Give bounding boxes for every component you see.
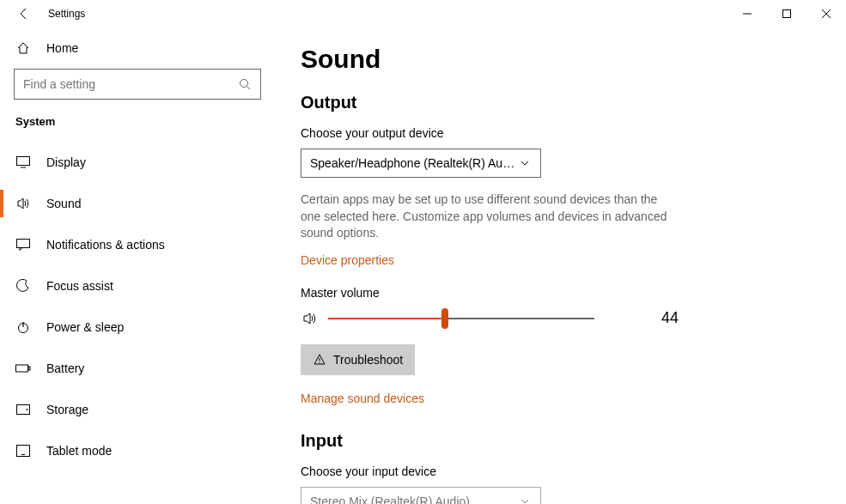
sidebar-item-label: Battery: [46, 361, 84, 375]
master-volume-slider[interactable]: [328, 308, 594, 329]
warning-icon: [313, 354, 326, 366]
sidebar: Home System DisplaySoundNotifications & …: [0, 27, 275, 504]
device-properties-link[interactable]: Device properties: [301, 253, 394, 267]
sidebar-item-label: Sound: [46, 197, 81, 210]
storage-icon: [15, 404, 31, 415]
sidebar-item-tablet[interactable]: Tablet mode: [0, 430, 275, 471]
sidebar-item-storage[interactable]: Storage: [0, 389, 275, 430]
troubleshoot-button[interactable]: Troubleshoot: [301, 344, 415, 375]
maximize-button[interactable]: [767, 0, 806, 27]
sidebar-home-label: Home: [46, 41, 78, 55]
close-icon: [822, 9, 831, 18]
battery-icon: [15, 363, 31, 373]
svg-rect-0: [783, 10, 791, 18]
svg-point-1: [240, 80, 248, 88]
output-heading: Output: [301, 93, 820, 112]
sidebar-item-label: Focus assist: [46, 279, 113, 293]
sidebar-item-sound[interactable]: Sound: [0, 183, 275, 224]
speaker-icon[interactable]: [301, 311, 320, 326]
sidebar-item-label: Power & sleep: [46, 320, 124, 334]
troubleshoot-label: Troubleshoot: [333, 353, 403, 367]
svg-rect-6: [28, 367, 30, 370]
output-description: Certain apps may be set up to use differ…: [301, 191, 679, 242]
search-icon: [238, 77, 252, 91]
sidebar-item-label: Notifications & actions: [46, 238, 165, 252]
sidebar-category: System: [0, 115, 275, 128]
maximize-icon: [782, 9, 791, 18]
home-icon: [15, 41, 31, 55]
output-device-label: Choose your output device: [301, 126, 820, 140]
output-device-selected: Speaker/Headphone (Realtek(R) Aud...: [310, 156, 518, 170]
sidebar-item-power[interactable]: Power & sleep: [0, 307, 275, 348]
sidebar-item-label: Display: [46, 155, 86, 169]
svg-point-8: [27, 409, 28, 410]
page-title: Sound: [301, 45, 820, 74]
svg-rect-2: [17, 157, 30, 166]
svg-rect-3: [17, 240, 30, 248]
content-area: Sound Output Choose your output device S…: [275, 27, 846, 504]
notifications-icon: [15, 239, 31, 251]
tablet-icon: [15, 445, 31, 457]
sidebar-item-label: Tablet mode: [46, 444, 112, 458]
svg-point-10: [319, 362, 320, 363]
input-device-dropdown[interactable]: Stereo Mix (Realtek(R) Audio): [301, 487, 541, 504]
output-device-dropdown[interactable]: Speaker/Headphone (Realtek(R) Aud...: [301, 149, 541, 178]
sidebar-item-battery[interactable]: Battery: [0, 348, 275, 389]
master-volume-label: Master volume: [301, 286, 820, 300]
sidebar-item-label: Storage: [46, 403, 88, 416]
sidebar-home[interactable]: Home: [0, 27, 275, 69]
minimize-icon: [743, 9, 752, 18]
back-button[interactable]: [7, 0, 41, 27]
input-device-label: Choose your input device: [301, 465, 820, 478]
sidebar-item-notifications[interactable]: Notifications & actions: [0, 224, 275, 265]
close-button[interactable]: [806, 0, 846, 27]
search-box[interactable]: [14, 69, 261, 100]
sound-icon: [15, 197, 31, 210]
search-input[interactable]: [23, 77, 238, 91]
master-volume-value: 44: [637, 309, 679, 327]
titlebar: Settings: [0, 0, 846, 27]
svg-rect-5: [16, 365, 28, 372]
input-device-selected: Stereo Mix (Realtek(R) Audio): [310, 495, 518, 504]
focus-icon: [15, 279, 31, 293]
manage-sound-link[interactable]: Manage sound devices: [301, 392, 424, 405]
display-icon: [15, 156, 31, 168]
chevron-down-icon: [518, 496, 532, 504]
sidebar-item-display[interactable]: Display: [0, 142, 275, 183]
power-icon: [15, 320, 31, 334]
window-title: Settings: [48, 8, 85, 20]
sidebar-item-focus[interactable]: Focus assist: [0, 265, 275, 307]
minimize-button[interactable]: [727, 0, 767, 27]
arrow-left-icon: [17, 7, 31, 21]
chevron-down-icon: [518, 158, 532, 168]
input-heading: Input: [301, 431, 820, 451]
